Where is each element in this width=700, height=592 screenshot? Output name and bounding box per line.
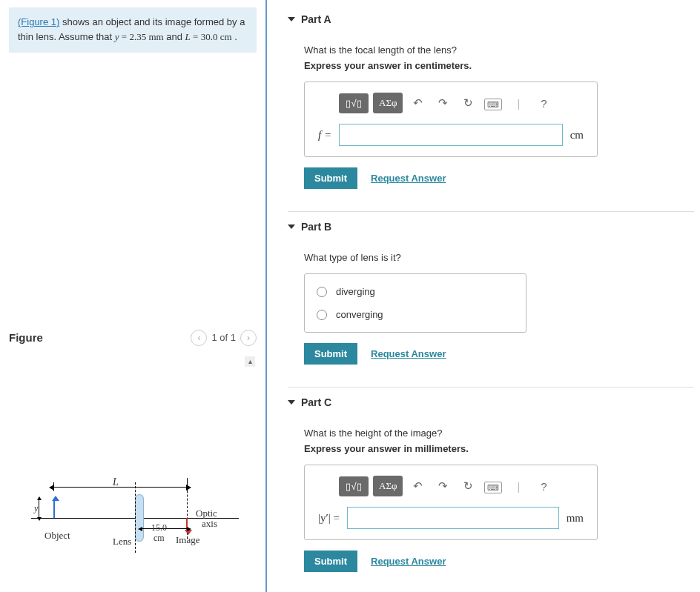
part-c-header: Part C: [301, 396, 331, 408]
keyboard-icon[interactable]: ⌨: [484, 99, 502, 110]
option-diverging[interactable]: diverging: [305, 280, 526, 303]
greek-tool-button[interactable]: ΑΣφ: [373, 476, 403, 496]
part-a-request-answer-link[interactable]: Request Answer: [371, 173, 446, 184]
reset-icon[interactable]: ↻: [458, 479, 478, 493]
figure-next-button[interactable]: ›: [240, 330, 257, 346]
part-a-variable: f =: [318, 129, 331, 142]
problem-statement: (Figure 1) shows an object and its image…: [9, 7, 257, 53]
scroll-up-icon[interactable]: ▴: [245, 356, 255, 367]
figure-title: Figure: [9, 331, 43, 344]
keyboard-icon[interactable]: ⌨: [484, 482, 502, 493]
help-icon[interactable]: ?: [533, 97, 554, 110]
undo-icon[interactable]: ↶: [407, 479, 428, 493]
part-b-options: diverging converging: [304, 273, 526, 333]
part-a-prompt: What is the focal length of the lens?: [304, 44, 694, 56]
collapse-icon[interactable]: [288, 400, 295, 405]
reset-icon[interactable]: ↻: [458, 96, 478, 110]
redo-icon[interactable]: ↷: [432, 479, 453, 493]
part-a-header: Part A: [301, 13, 331, 25]
figure-prev-button[interactable]: ‹: [191, 330, 207, 346]
greek-tool-button[interactable]: ΑΣφ: [373, 93, 403, 113]
part-a-instruction: Express your answer in centimeters.: [304, 60, 694, 71]
part-b-request-answer-link[interactable]: Request Answer: [371, 348, 446, 359]
part-c-submit-button[interactable]: Submit: [304, 551, 357, 572]
collapse-icon[interactable]: [288, 17, 295, 21]
option-converging[interactable]: converging: [305, 303, 526, 326]
part-c-unit: mm: [567, 512, 584, 525]
redo-icon[interactable]: ↷: [432, 96, 453, 110]
part-a-answer-box: ▯√▯ ΑΣφ ↶ ↷ ↻ ⌨ | ? f = cm: [304, 82, 598, 157]
radio-icon[interactable]: [317, 287, 327, 297]
fraction-tool-button[interactable]: ▯√▯: [339, 93, 369, 113]
part-c-variable: |y′| =: [318, 512, 340, 525]
part-c-answer-box: ▯√▯ ΑΣφ ↶ ↷ ↻ ⌨ | ? |y′| = mm: [304, 465, 598, 540]
part-c-input[interactable]: [347, 507, 559, 529]
part-a-unit: cm: [570, 129, 584, 142]
figure-diagram: y L 15.0 cm Object Lens Image Optic axis: [31, 466, 239, 570]
separator-icon: |: [508, 97, 529, 110]
part-b-submit-button[interactable]: Submit: [304, 343, 357, 365]
part-b-prompt: What type of lens is it?: [304, 252, 694, 263]
figure-link[interactable]: (Figure 1): [18, 16, 59, 27]
part-c-instruction: Express your answer in millimeters.: [304, 443, 694, 454]
part-c-prompt: What is the height of the image?: [304, 428, 694, 439]
figure-pager-text: 1 of 1: [211, 332, 236, 343]
part-a-input[interactable]: [339, 124, 563, 146]
undo-icon[interactable]: ↶: [407, 96, 428, 110]
help-icon[interactable]: ?: [533, 480, 554, 493]
figure-viewport: ▴ y L 15.0 cm Object Lens Image: [9, 356, 257, 593]
fraction-tool-button[interactable]: ▯√▯: [339, 476, 369, 496]
separator-icon: |: [508, 480, 529, 493]
radio-icon[interactable]: [317, 310, 327, 320]
part-a-submit-button[interactable]: Submit: [304, 167, 357, 189]
collapse-icon[interactable]: [288, 225, 295, 229]
part-b-header: Part B: [301, 221, 331, 233]
part-c-request-answer-link[interactable]: Request Answer: [371, 556, 446, 567]
